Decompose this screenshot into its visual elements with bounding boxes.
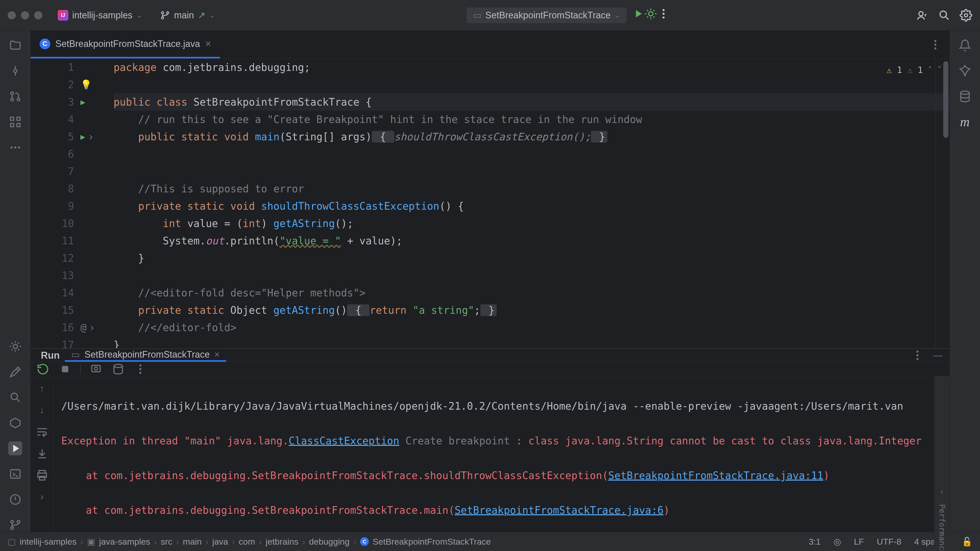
application-icon: ▭	[71, 349, 80, 360]
run-config-selector[interactable]: ▭ SetBreakpointFromStackTrace ⌄	[466, 7, 627, 23]
editor-tab[interactable]: C SetBreakpointFromStackTrace.java ×	[30, 30, 220, 59]
chevron-left-icon: ‹	[939, 483, 944, 500]
lightbulb-icon[interactable]: 💡	[80, 76, 92, 94]
run-tab[interactable]: ▭ SetBreakpointFromStackTrace ×	[65, 349, 226, 362]
rerun-button[interactable]	[36, 362, 50, 376]
more-tool-button[interactable]	[8, 140, 22, 154]
gutter[interactable]: 1 2💡 3▶ 4 5▶› 6 7 8 9 10 11 12 13 14 15 …	[30, 59, 110, 348]
ai-assistant-button[interactable]	[958, 64, 972, 78]
fold-icon[interactable]: ›	[88, 128, 94, 145]
tab-options-button[interactable]	[929, 38, 942, 51]
hide-panel-button[interactable]: —	[932, 349, 944, 362]
maven-tool-button[interactable]: m	[958, 115, 972, 129]
next-highlight-icon[interactable]: ˅	[937, 61, 942, 79]
inspections-widget[interactable]: ⚠1 ⚠1 ˄ ˅	[886, 61, 942, 79]
folder-icon: ▢	[8, 537, 16, 547]
create-breakpoint-hint[interactable]: Create breakpoint	[406, 435, 510, 447]
settings-button[interactable]	[959, 9, 972, 22]
line-number: 8	[68, 180, 74, 197]
build-tool-button[interactable]	[8, 365, 22, 379]
expand-console-button[interactable]: ›	[35, 490, 49, 504]
svg-rect-17	[17, 124, 20, 127]
run-gutter-icon[interactable]: ▶	[80, 128, 85, 145]
run-tool-window: Run ▭ SetBreakpointFromStackTrace × —	[30, 348, 950, 532]
stack-trace-link[interactable]: SetBreakpointFromStackTrace.java:6	[455, 504, 663, 516]
code-line: int value = (int) getAString();	[114, 215, 950, 232]
editor[interactable]: 1 2💡 3▶ 4 5▶› 6 7 8 9 10 11 12 13 14 15 …	[30, 59, 950, 348]
line-number: 1	[68, 59, 74, 76]
stack-trace-link[interactable]: SetBreakpointFromStackTrace.java:11	[608, 470, 823, 481]
debug-tool-button[interactable]	[8, 339, 22, 353]
exception-class-link[interactable]: ClassCastException	[289, 435, 399, 447]
code-line: }	[114, 249, 950, 267]
console-line	[61, 536, 942, 551]
branch-icon	[160, 10, 170, 21]
performance-tab[interactable]: ‹Performance	[934, 376, 950, 551]
attach-profiler-button[interactable]	[111, 362, 125, 376]
dump-threads-button[interactable]	[89, 362, 103, 376]
editor-tabs: C SetBreakpointFromStackTrace.java ×	[30, 30, 950, 59]
console-left-toolbar: ↑ ↓ ›	[30, 376, 54, 551]
code-area[interactable]: ⚠1 ⚠1 ˄ ˅ package com.jetbrains.debuggin…	[110, 59, 950, 348]
search-button[interactable]	[938, 9, 951, 22]
down-stack-button[interactable]: ↓	[35, 403, 49, 417]
more-actions-button[interactable]	[657, 7, 670, 20]
editor-scrollbar[interactable]	[943, 61, 948, 138]
svg-point-6	[662, 16, 665, 18]
editor-tab-filename: SetBreakpointFromStackTrace.java	[56, 38, 200, 49]
vcs-branch-widget[interactable]: main ↗ ⌄	[155, 7, 220, 23]
problems-tool-button[interactable]	[8, 492, 22, 507]
readonly-lock-icon[interactable]: 🔓	[962, 537, 972, 547]
close-tab-icon[interactable]: ×	[205, 38, 211, 49]
svg-point-38	[114, 364, 122, 368]
services-tool-button[interactable]	[8, 416, 22, 430]
svg-point-7	[919, 11, 923, 16]
structure-tool-button[interactable]	[8, 115, 22, 129]
debug-button[interactable]	[644, 7, 657, 20]
soft-wrap-button[interactable]	[35, 425, 49, 439]
line-number: 3	[68, 94, 74, 111]
run-button[interactable]	[632, 7, 644, 20]
maximize-window-icon[interactable]	[34, 11, 42, 19]
line-number: 9	[68, 197, 74, 215]
minimize-window-icon[interactable]	[21, 11, 29, 19]
svg-rect-14	[11, 117, 14, 121]
run-toolbar	[30, 362, 950, 376]
pull-requests-tool-button[interactable]	[8, 89, 22, 103]
more-toolbar-button[interactable]	[133, 362, 147, 376]
fold-icon[interactable]: ›	[89, 319, 95, 336]
up-stack-button[interactable]: ↑	[35, 381, 49, 395]
code-line	[114, 145, 950, 163]
override-icon[interactable]: @	[80, 319, 86, 336]
scroll-to-end-button[interactable]	[35, 446, 49, 460]
run-gutter-icon[interactable]: ▶	[80, 94, 85, 111]
terminal-tool-button[interactable]	[8, 467, 22, 481]
close-tab-icon[interactable]: ×	[215, 349, 220, 360]
run-tool-button[interactable]	[8, 441, 22, 455]
project-selector[interactable]: IJ intellij-samples ⌄	[52, 7, 147, 23]
print-button[interactable]	[35, 468, 49, 482]
svg-point-3	[649, 11, 653, 16]
project-tool-button[interactable]	[8, 38, 22, 52]
code-line: //This is supposed to error	[114, 180, 950, 197]
left-tool-rail	[0, 30, 30, 532]
console-line: at com.jetbrains.debugging.SetBreakpoint…	[61, 467, 942, 484]
console-output[interactable]: /Users/marit.van.dijk/Library/Java/JavaV…	[54, 376, 950, 551]
code-line: // run this to see a "Create Breakpoint"…	[114, 111, 950, 128]
code-with-me-button[interactable]	[916, 9, 929, 22]
close-window-icon[interactable]	[8, 11, 16, 19]
right-margin-guide	[935, 59, 936, 348]
run-options-button[interactable]	[911, 349, 924, 362]
notifications-button[interactable]	[958, 38, 972, 52]
vcs-tool-button[interactable]	[8, 518, 22, 532]
stop-button[interactable]	[58, 362, 72, 376]
database-tool-button[interactable]	[958, 89, 972, 103]
chevron-down-icon: ⌄	[136, 11, 142, 19]
prev-highlight-icon[interactable]: ˄	[928, 61, 932, 79]
svg-rect-16	[11, 124, 14, 127]
commit-tool-button[interactable]	[8, 64, 22, 78]
titlebar: IJ intellij-samples ⌄ main ↗ ⌄ ▭ SetBrea…	[0, 0, 980, 30]
find-tool-button[interactable]	[8, 390, 22, 404]
code-line: //</editor-fold>	[114, 319, 950, 336]
line-number: 17	[62, 336, 74, 348]
